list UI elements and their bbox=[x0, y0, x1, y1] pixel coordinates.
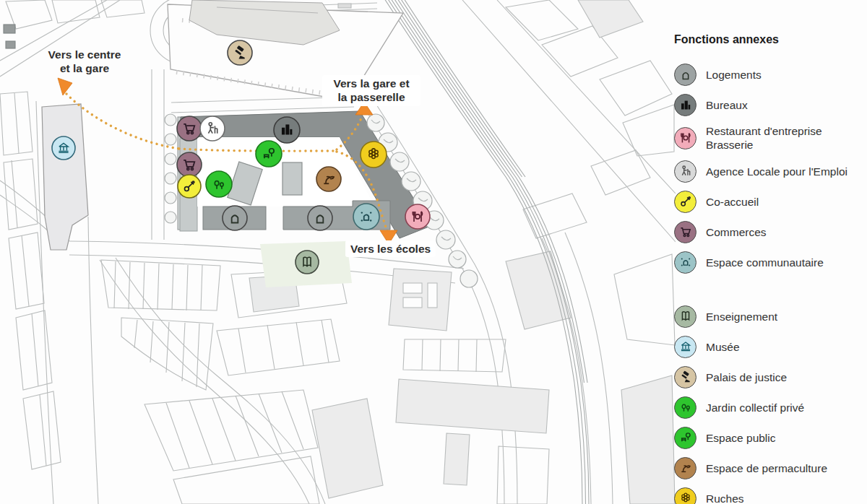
legend-item-bureaux: Bureaux bbox=[674, 94, 863, 116]
marker-logements-1 bbox=[223, 206, 247, 230]
permaculture-icon bbox=[674, 457, 696, 479]
museum-icon bbox=[674, 336, 696, 358]
marker-palais-justice bbox=[228, 40, 252, 65]
label-vers-gare-passerelle: Vers la gare et la passerelle bbox=[322, 75, 420, 106]
buildings-icon bbox=[674, 94, 696, 116]
marker-jardin-collectif bbox=[206, 171, 232, 197]
gavel-icon bbox=[674, 366, 696, 388]
legend-item-jardin-collectif: Jardin collectif privé bbox=[674, 396, 863, 419]
marker-bureaux bbox=[274, 117, 300, 143]
legend-item-musee: Musée bbox=[674, 336, 863, 358]
marker-espace-communautaire bbox=[353, 204, 379, 230]
marker-agence-emploi bbox=[200, 116, 225, 141]
legend-group-separator bbox=[674, 282, 863, 305]
legend-item-ruches: Ruches bbox=[674, 487, 863, 504]
pacifier-icon bbox=[674, 191, 696, 213]
marker-espace-public bbox=[256, 141, 282, 167]
label-vers-centre-gare: Vers le centre et la gare bbox=[30, 48, 139, 76]
book-icon bbox=[674, 305, 696, 328]
legend-item-restaurant: Restaurant d'entreprise Brasserie bbox=[674, 124, 863, 152]
marker-permaculture bbox=[316, 167, 341, 191]
marker-musee bbox=[52, 136, 75, 160]
marker-restaurant bbox=[405, 204, 430, 229]
marker-ruches bbox=[361, 142, 387, 168]
legend-item-agence-emploi: Agence Locale pour l'Emploi bbox=[674, 160, 863, 183]
marker-co-accueil bbox=[178, 175, 201, 198]
cart-icon bbox=[674, 221, 696, 243]
community-house-icon bbox=[674, 251, 696, 274]
arrow-centre-gare bbox=[58, 78, 72, 95]
legend-item-enseignement: Enseignement bbox=[674, 305, 863, 328]
legend: Fonctions annexes Logements Bureaux Rest… bbox=[674, 33, 863, 504]
marker-logements-2 bbox=[308, 206, 332, 230]
legend-item-espace-public: Espace public bbox=[674, 427, 863, 449]
marker-commerces-2 bbox=[177, 152, 202, 177]
legend-item-commerces: Commerces bbox=[674, 221, 863, 243]
legend-item-logements: Logements bbox=[674, 64, 863, 86]
tree-bench-icon bbox=[674, 427, 696, 449]
person-desk-icon bbox=[674, 160, 696, 183]
label-vers-ecoles: Vers les écoles bbox=[345, 240, 436, 257]
restaurant-icon bbox=[674, 127, 696, 149]
site-plan-infographic: Vers le centre et la gare Vers la gare e… bbox=[0, 0, 867, 504]
museum-building bbox=[42, 104, 88, 250]
legend-item-palais-justice: Palais de justice bbox=[674, 366, 863, 388]
legend-item-espace-communautaire: Espace communautaire bbox=[674, 251, 863, 274]
marker-enseignement bbox=[296, 251, 319, 274]
honeycomb-icon bbox=[674, 487, 696, 504]
marker-commerces-1 bbox=[177, 116, 202, 141]
legend-item-permaculture: Espace de permaculture bbox=[674, 457, 863, 479]
trees-icon bbox=[674, 396, 696, 419]
legend-title: Fonctions annexes bbox=[674, 33, 863, 46]
legend-item-co-accueil: Co-accueil bbox=[674, 191, 863, 213]
house-icon bbox=[674, 64, 696, 86]
